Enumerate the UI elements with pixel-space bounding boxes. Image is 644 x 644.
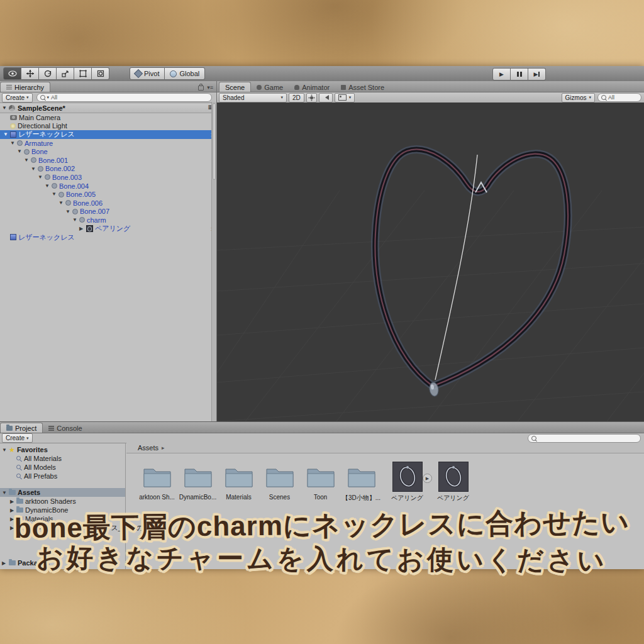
favorites-row[interactable]: ▼ ★ Favorites <box>0 445 125 454</box>
foldout-icon[interactable]: ▼ <box>52 191 57 197</box>
rect-tool-button[interactable] <box>74 67 92 80</box>
tab-game[interactable]: Game <box>251 82 289 92</box>
foldout-icon[interactable]: ▼ <box>2 447 7 453</box>
assets-root-row[interactable]: ▼ Assets <box>0 488 125 497</box>
folder-icon <box>16 508 23 513</box>
asset-prefab-item[interactable]: ペアリング <box>433 461 474 502</box>
foldout-icon[interactable]: ▶ <box>10 516 14 522</box>
asset-store-tab-label: Asset Store <box>348 84 384 91</box>
foldout-icon[interactable]: ▼ <box>3 131 8 137</box>
hierarchy-item[interactable]: ▼Armature <box>0 139 216 148</box>
rotate-tool-button[interactable] <box>39 67 57 80</box>
foldout-icon[interactable]: ▼ <box>10 140 15 146</box>
hierarchy-item[interactable]: ▼Bone.003 <box>0 173 216 182</box>
project-create-button[interactable]: Create▾ <box>2 433 33 443</box>
foldout-icon[interactable]: ▶ <box>10 508 14 513</box>
foldout-icon[interactable]: ▼ <box>2 490 7 496</box>
go-icon <box>72 209 78 214</box>
tab-asset-store[interactable]: Asset Store <box>335 82 390 92</box>
asset-folder-item[interactable]: DynamicBo... <box>177 461 218 501</box>
create-label: Create <box>6 94 25 101</box>
2d-toggle-button[interactable]: 2D <box>289 93 304 103</box>
tab-scene[interactable]: Scene <box>219 82 251 92</box>
gizmos-dropdown[interactable]: Gizmos▾ <box>562 93 595 103</box>
lighting-toggle-button[interactable] <box>306 93 317 103</box>
folder-tree-item[interactable]: ▶DynamicBone <box>0 506 125 514</box>
folder-tree-item[interactable]: ▶Materials <box>0 514 125 523</box>
asset-item-label: DynamicBo... <box>179 494 216 501</box>
favorites-item[interactable]: All Prefabs <box>0 472 125 480</box>
hierarchy-item[interactable]: ▼Bone.001 <box>0 156 216 165</box>
hierarchy-item-label: Armature <box>25 140 53 147</box>
expand-subassets-icon[interactable]: ▶ <box>423 474 432 483</box>
foldout-icon[interactable]: ▼ <box>72 217 77 223</box>
hierarchy-item[interactable]: ▶ペアリング› <box>0 225 216 233</box>
foldout-icon[interactable]: ▼ <box>17 148 22 154</box>
asset-prefab-item[interactable]: ▶ペアリング <box>387 461 428 502</box>
hierarchy-create-button[interactable]: Create▾ <box>2 93 33 103</box>
foldout-icon[interactable]: ▶ <box>10 525 14 531</box>
audio-toggle-button[interactable] <box>319 93 333 103</box>
hierarchy-item[interactable]: ▼Bone.004 <box>0 182 216 191</box>
asset-folder-item[interactable]: Materials <box>218 461 259 501</box>
hierarchy-item[interactable]: ▼Bone.005 <box>0 190 216 199</box>
foldout-icon[interactable]: ▼ <box>31 166 36 172</box>
transform-tool-button[interactable] <box>92 67 109 80</box>
hierarchy-item[interactable]: ▼Bone.002 <box>0 165 216 174</box>
scene-header-row[interactable]: ▼ SampleScene* ▦ <box>0 103 216 113</box>
shading-mode-dropdown[interactable]: Shaded▾ <box>219 93 287 103</box>
scale-tool-button[interactable] <box>57 67 74 80</box>
tab-hierarchy[interactable]: Hierarchy <box>0 82 50 92</box>
hand-tool-button[interactable] <box>3 67 21 80</box>
favorites-item[interactable]: All Models <box>0 463 125 472</box>
move-tool-button[interactable] <box>21 67 39 80</box>
asset-folder-item[interactable]: arktoon Sh... <box>136 461 177 501</box>
asset-item-label: arktoon Sh... <box>139 494 175 501</box>
hierarchy-item[interactable]: レザーネックレス <box>0 233 216 242</box>
step-button[interactable]: ▶ <box>528 68 546 80</box>
hierarchy-item[interactable]: ▼Bone <box>0 147 216 156</box>
packages-row[interactable]: ▶ Packages <box>0 558 134 567</box>
hierarchy-scrollbar[interactable] <box>211 102 216 421</box>
effects-dropdown[interactable]: ▾ <box>335 93 355 103</box>
scene-viewport[interactable] <box>217 103 644 421</box>
pause-button[interactable] <box>511 68 528 80</box>
folder-tree-item[interactable]: ▶【3D小物】レザーネックレス_ヒモの <box>0 523 125 532</box>
foldout-icon[interactable]: ▼ <box>24 157 29 163</box>
foldout-icon[interactable]: ▼ <box>2 105 7 111</box>
hierarchy-item[interactable]: ▼Bone.007 <box>0 208 216 216</box>
pause-icon <box>517 72 522 77</box>
play-button[interactable]: ▶ <box>492 68 511 80</box>
project-search-input[interactable] <box>528 434 641 443</box>
hierarchy-item[interactable]: Directional Light <box>0 122 216 131</box>
tab-project[interactable]: Project <box>0 423 43 433</box>
asset-folder-item[interactable]: Toon <box>300 461 341 501</box>
hierarchy-item[interactable]: ▼レザーネックレス› <box>0 130 216 139</box>
foldout-icon[interactable]: ▼ <box>38 174 43 180</box>
breadcrumb-label[interactable]: Assets <box>138 444 158 452</box>
asset-folder-item[interactable]: 【3D小物】... <box>341 461 382 502</box>
foldout-icon[interactable]: ▼ <box>45 183 50 189</box>
folder-tree-item[interactable]: ▶arktoon Shaders <box>0 497 125 506</box>
asset-folder-item[interactable]: Scenes <box>259 461 300 501</box>
lock-icon[interactable] <box>198 86 204 91</box>
global-toggle-button[interactable]: Global <box>165 67 205 80</box>
rect-tool-icon <box>79 70 87 77</box>
hierarchy-item[interactable]: Main Camera <box>0 113 216 122</box>
tab-console[interactable]: Console <box>43 423 87 433</box>
project-tab-label: Project <box>15 425 36 432</box>
foldout-icon[interactable]: ▶ <box>2 560 6 566</box>
favorites-item[interactable]: All Materials <box>0 454 125 463</box>
pivot-toggle-button[interactable]: Pivot <box>130 67 165 80</box>
hierarchy-item[interactable]: ▼Bone.006 <box>0 199 216 208</box>
hierarchy-search-input[interactable]: ▾ All <box>36 93 212 102</box>
tab-animator[interactable]: Animator <box>289 82 335 92</box>
hierarchy-item-label: charm <box>87 216 106 224</box>
scene-search-input[interactable]: All <box>597 93 641 102</box>
foldout-icon[interactable]: ▼ <box>58 200 64 206</box>
hierarchy-item[interactable]: ▼charm <box>0 216 216 225</box>
foldout-icon[interactable]: ▶ <box>79 226 83 231</box>
foldout-icon[interactable]: ▼ <box>65 209 70 214</box>
foldout-icon[interactable]: ▶ <box>10 499 14 504</box>
panel-menu-icon[interactable]: ▾≡ <box>207 85 213 91</box>
